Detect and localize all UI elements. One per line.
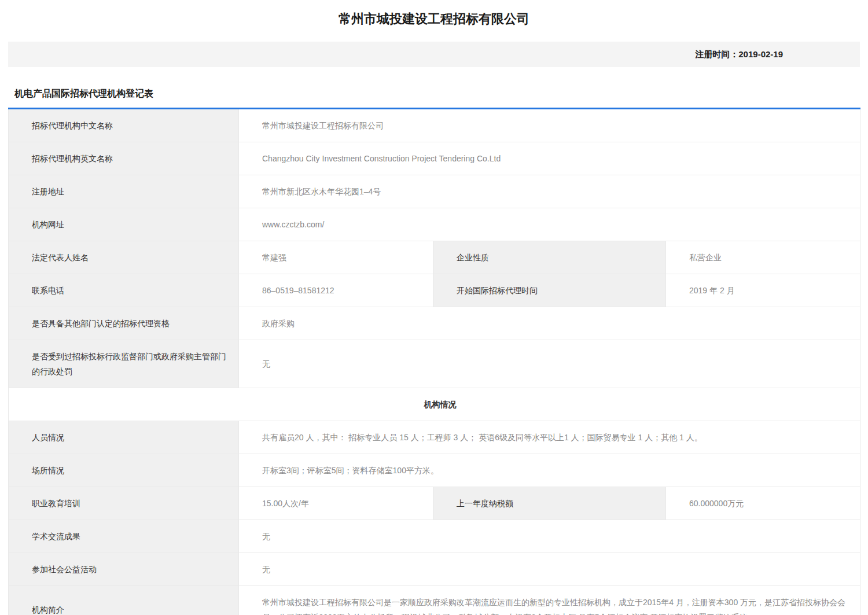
section-title: 机电产品国际招标代理机构登记表 bbox=[8, 88, 860, 100]
table-row: 注册地址常州市新北区水木年华花园1–4号 bbox=[9, 175, 860, 208]
table-row: 场所情况开标室3间；评标室5间；资料存储室100平方米。 bbox=[9, 454, 860, 487]
row-value: www.czctzb.com/ bbox=[239, 208, 860, 241]
row-label: 招标代理机构中文名称 bbox=[9, 109, 239, 142]
row-value: 15.00人次/年 bbox=[239, 487, 433, 520]
table-row: 招标代理机构英文名称Changzhou City Investment Cons… bbox=[9, 142, 860, 175]
register-time-label: 注册时间： bbox=[695, 49, 738, 59]
row-value: 政府采购 bbox=[239, 307, 860, 340]
table-row: 机构情况 bbox=[9, 388, 860, 421]
row-value: 常州市城投建设工程招标有限公司是一家顺应政府采购改革潮流应运而生的新型的专业性招… bbox=[239, 586, 860, 615]
row-value: 常建强 bbox=[239, 241, 433, 274]
registration-table: 招标代理机构中文名称常州市城投建设工程招标有限公司招标代理机构英文名称Chang… bbox=[8, 108, 860, 615]
page: 常州市城投建设工程招标有限公司 注册时间：2019-02-19 机电产品国际招标… bbox=[0, 0, 868, 615]
row-label: 参加社会公益活动 bbox=[9, 553, 239, 586]
row-label: 注册地址 bbox=[9, 175, 239, 208]
row-label: 上一年度纳税额 bbox=[433, 487, 666, 520]
register-time-value: 2019-02-19 bbox=[738, 49, 783, 59]
row-label: 学术交流成果 bbox=[9, 520, 239, 553]
table-row: 是否具备其他部门认定的招标代理资格政府采购 bbox=[9, 307, 860, 340]
row-label: 机构网址 bbox=[9, 208, 239, 241]
table-row: 联系电话86–0519–81581212开始国际招标代理时间2019 年 2 月 bbox=[9, 274, 860, 307]
row-value: 86–0519–81581212 bbox=[239, 274, 433, 307]
row-value: 无 bbox=[239, 340, 860, 388]
row-value: 无 bbox=[239, 553, 860, 586]
row-label: 场所情况 bbox=[9, 454, 239, 487]
table-row: 招标代理机构中文名称常州市城投建设工程招标有限公司 bbox=[9, 109, 860, 142]
table-row: 人员情况共有雇员20 人，其中： 招标专业人员 15 人；工程师 3 人； 英语… bbox=[9, 421, 860, 454]
table-row: 参加社会公益活动无 bbox=[9, 553, 860, 586]
page-title: 常州市城投建设工程招标有限公司 bbox=[8, 0, 860, 42]
row-value: 2019 年 2 月 bbox=[666, 274, 860, 307]
table-row: 法定代表人姓名常建强企业性质私营企业 bbox=[9, 241, 860, 274]
row-value: 开标室3间；评标室5间；资料存储室100平方米。 bbox=[239, 454, 860, 487]
row-label: 法定代表人姓名 bbox=[9, 241, 239, 274]
row-value: 常州市城投建设工程招标有限公司 bbox=[239, 109, 860, 142]
row-label: 人员情况 bbox=[9, 421, 239, 454]
row-label: 机构简介 bbox=[9, 586, 239, 615]
row-label: 职业教育培训 bbox=[9, 487, 239, 520]
row-label: 是否受到过招标投标行政监督部门或政府采购主管部门的行政处罚 bbox=[9, 340, 239, 388]
table-row: 职业教育培训15.00人次/年上一年度纳税额60.000000万元 bbox=[9, 487, 860, 520]
row-label: 企业性质 bbox=[433, 241, 666, 274]
table-row: 机构简介常州市城投建设工程招标有限公司是一家顺应政府采购改革潮流应运而生的新型的… bbox=[9, 586, 860, 615]
section-row-title: 机构情况 bbox=[9, 388, 860, 421]
row-value: 私营企业 bbox=[666, 241, 860, 274]
row-label: 是否具备其他部门认定的招标代理资格 bbox=[9, 307, 239, 340]
row-label: 招标代理机构英文名称 bbox=[9, 142, 239, 175]
table-row: 机构网址www.czctzb.com/ bbox=[9, 208, 860, 241]
row-value: 无 bbox=[239, 520, 860, 553]
table-row: 学术交流成果无 bbox=[9, 520, 860, 553]
row-value: 常州市新北区水木年华花园1–4号 bbox=[239, 175, 860, 208]
row-value: Changzhou City Investment Construction P… bbox=[239, 142, 860, 175]
row-label: 开始国际招标代理时间 bbox=[433, 274, 666, 307]
row-value: 60.000000万元 bbox=[666, 487, 860, 520]
row-value: 共有雇员20 人，其中： 招标专业人员 15 人；工程师 3 人； 英语6级及同… bbox=[239, 421, 860, 454]
table-row: 是否受到过招标投标行政监督部门或政府采购主管部门的行政处罚无 bbox=[9, 340, 860, 388]
register-time-bar: 注册时间：2019-02-19 bbox=[8, 42, 860, 67]
row-label: 联系电话 bbox=[9, 274, 239, 307]
